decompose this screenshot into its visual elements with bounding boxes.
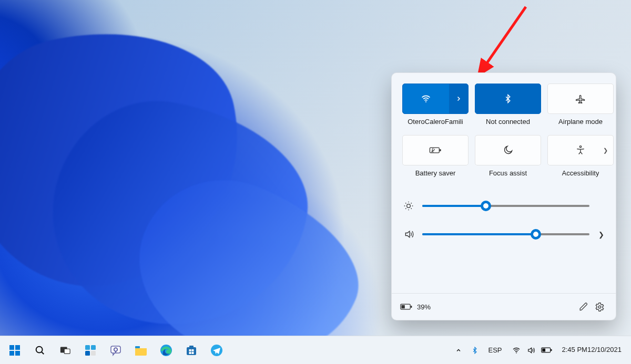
svg-rect-20 bbox=[85, 351, 90, 356]
svg-rect-30 bbox=[192, 349, 194, 351]
volume-track[interactable] bbox=[422, 233, 589, 235]
svg-line-0 bbox=[479, 7, 526, 75]
svg-rect-2 bbox=[430, 148, 439, 153]
svg-rect-7 bbox=[411, 306, 412, 308]
quick-settings-footer: 39% bbox=[392, 293, 616, 320]
svg-rect-8 bbox=[401, 305, 404, 308]
svg-rect-28 bbox=[189, 346, 194, 348]
moon-icon bbox=[503, 145, 513, 155]
tray-bluetooth-icon[interactable] bbox=[467, 340, 483, 361]
svg-point-1 bbox=[425, 101, 426, 102]
network-volume-battery-button[interactable] bbox=[507, 340, 557, 361]
airplane-icon bbox=[575, 93, 586, 104]
focus-assist-label: Focus assist bbox=[489, 169, 527, 177]
brightness-icon bbox=[403, 201, 417, 211]
battery-icon bbox=[541, 347, 553, 353]
start-button[interactable] bbox=[3, 339, 26, 362]
svg-rect-21 bbox=[91, 351, 96, 356]
language-indicator[interactable]: ESP bbox=[484, 340, 506, 361]
battery-status-icon[interactable]: 39% bbox=[400, 303, 431, 311]
svg-rect-27 bbox=[187, 347, 196, 355]
chevron-right-icon: ❯ bbox=[603, 147, 608, 154]
wifi-icon bbox=[421, 93, 431, 104]
svg-rect-36 bbox=[551, 349, 552, 351]
wifi-expand[interactable] bbox=[449, 84, 468, 113]
wifi-tile[interactable] bbox=[402, 84, 469, 114]
svg-rect-25 bbox=[135, 346, 140, 348]
wifi-icon bbox=[512, 346, 521, 355]
file-explorer-button[interactable] bbox=[129, 339, 152, 362]
svg-point-14 bbox=[36, 346, 43, 352]
svg-rect-29 bbox=[189, 349, 191, 351]
svg-rect-32 bbox=[192, 352, 194, 354]
widgets-button[interactable] bbox=[79, 339, 102, 362]
clock-date: 12/10/2021 bbox=[587, 346, 622, 354]
battery-percent-text: 39% bbox=[417, 303, 431, 311]
accessibility-icon bbox=[575, 145, 586, 155]
brightness-slider[interactable] bbox=[403, 192, 604, 220]
accessibility-tile[interactable]: ❯ bbox=[547, 135, 614, 165]
svg-point-9 bbox=[598, 306, 601, 308]
svg-rect-10 bbox=[9, 345, 14, 350]
svg-rect-18 bbox=[85, 345, 90, 350]
bluetooth-tile[interactable] bbox=[475, 84, 541, 114]
svg-rect-3 bbox=[440, 149, 441, 151]
svg-point-5 bbox=[407, 204, 411, 208]
open-settings-button[interactable] bbox=[592, 299, 607, 315]
microsoft-store-button[interactable] bbox=[180, 339, 203, 362]
svg-rect-17 bbox=[64, 349, 70, 353]
language-text: ESP bbox=[488, 346, 502, 354]
airplane-mode-tile[interactable] bbox=[547, 84, 614, 114]
edge-button[interactable] bbox=[155, 339, 178, 362]
svg-rect-13 bbox=[15, 351, 20, 356]
wifi-toggle[interactable] bbox=[403, 84, 449, 113]
battery-saver-tile[interactable] bbox=[402, 135, 469, 165]
telegram-button[interactable] bbox=[205, 339, 228, 362]
svg-point-34 bbox=[516, 352, 517, 353]
battery-saver-icon bbox=[429, 145, 442, 155]
svg-rect-31 bbox=[189, 352, 191, 354]
svg-rect-19 bbox=[91, 345, 96, 350]
search-button[interactable] bbox=[28, 339, 52, 362]
volume-slider[interactable]: ❯ bbox=[403, 220, 604, 248]
system-tray: ESP 2:45 PM 12/10/2021 bbox=[451, 340, 631, 361]
quick-settings-panel: OteroCaleroFamili Not connected bbox=[391, 72, 616, 320]
svg-rect-24 bbox=[115, 351, 116, 353]
clock-time: 2:45 PM bbox=[562, 346, 587, 354]
edit-quick-settings-button[interactable] bbox=[576, 299, 592, 315]
quick-settings-tiles: OteroCaleroFamili Not connected bbox=[392, 73, 616, 185]
chat-button[interactable] bbox=[104, 339, 127, 362]
chevron-right-icon bbox=[455, 96, 462, 102]
quick-settings-sliders: ❯ bbox=[392, 185, 616, 251]
wifi-label: OteroCaleroFamili bbox=[408, 118, 463, 126]
svg-rect-37 bbox=[542, 349, 545, 352]
taskbar: ESP 2:45 PM 12/10/2021 bbox=[0, 336, 631, 364]
task-view-button[interactable] bbox=[54, 339, 77, 362]
tray-overflow-chevron[interactable] bbox=[451, 340, 466, 361]
svg-rect-12 bbox=[9, 351, 14, 356]
airplane-mode-label: Airplane mode bbox=[558, 118, 603, 126]
bluetooth-label: Not connected bbox=[486, 118, 530, 126]
volume-output-chevron[interactable]: ❯ bbox=[595, 231, 604, 238]
clock-button[interactable]: 2:45 PM 12/10/2021 bbox=[558, 340, 626, 361]
brightness-track[interactable] bbox=[422, 205, 589, 207]
battery-saver-label: Battery saver bbox=[415, 169, 456, 177]
bluetooth-icon bbox=[503, 93, 513, 105]
svg-line-15 bbox=[42, 351, 44, 353]
svg-point-4 bbox=[579, 146, 581, 148]
focus-assist-tile[interactable] bbox=[475, 135, 541, 165]
accessibility-label: Accessibility bbox=[562, 169, 599, 177]
svg-rect-11 bbox=[15, 345, 20, 350]
volume-icon bbox=[403, 229, 417, 240]
taskbar-pinned-apps bbox=[3, 339, 228, 362]
volume-icon bbox=[526, 346, 536, 355]
